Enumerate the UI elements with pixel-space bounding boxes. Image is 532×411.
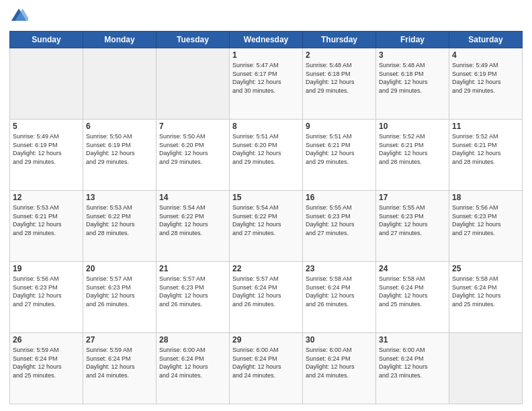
day-header-thursday: Thursday [303,32,376,48]
week-row-0: 1Sunrise: 5:47 AM Sunset: 6:17 PM Daylig… [10,48,523,120]
day-info: Sunrise: 5:57 AM Sunset: 6:24 PM Dayligh… [232,275,300,308]
day-number: 22 [232,264,300,273]
day-info: Sunrise: 5:53 AM Sunset: 6:21 PM Dayligh… [13,203,80,237]
day-info: Sunrise: 5:57 AM Sunset: 6:23 PM Dayligh… [86,275,153,308]
week-row-3: 19Sunrise: 5:56 AM Sunset: 6:23 PM Dayli… [10,262,523,333]
day-info: Sunrise: 5:59 AM Sunset: 6:24 PM Dayligh… [86,346,153,379]
calendar-cell: 24Sunrise: 5:58 AM Sunset: 6:24 PM Dayli… [376,262,449,333]
day-info: Sunrise: 5:47 AM Sunset: 6:17 PM Dayligh… [232,61,300,95]
day-info: Sunrise: 5:49 AM Sunset: 6:19 PM Dayligh… [452,61,519,95]
week-row-1: 5Sunrise: 5:49 AM Sunset: 6:19 PM Daylig… [10,120,523,191]
calendar-cell: 15Sunrise: 5:54 AM Sunset: 6:22 PM Dayli… [230,191,303,262]
day-number: 5 [13,122,80,131]
day-header-wednesday: Wednesday [230,32,303,48]
day-number: 7 [159,122,226,131]
calendar-cell: 1Sunrise: 5:47 AM Sunset: 6:17 PM Daylig… [230,48,303,120]
calendar-cell [10,48,83,120]
day-info: Sunrise: 5:58 AM Sunset: 6:24 PM Dayligh… [379,275,446,308]
calendar-cell [449,333,523,404]
day-number: 17 [379,193,446,202]
day-info: Sunrise: 5:56 AM Sunset: 6:23 PM Dayligh… [452,203,519,237]
calendar-table: SundayMondayTuesdayWednesdayThursdayFrid… [9,31,523,404]
calendar-cell: 31Sunrise: 6:00 AM Sunset: 6:24 PM Dayli… [376,333,449,404]
day-number: 10 [379,122,446,131]
calendar-cell: 16Sunrise: 5:55 AM Sunset: 6:23 PM Dayli… [303,191,376,262]
day-number: 8 [232,122,300,131]
calendar-cell: 17Sunrise: 5:55 AM Sunset: 6:23 PM Dayli… [376,191,449,262]
day-info: Sunrise: 5:52 AM Sunset: 6:21 PM Dayligh… [452,132,519,166]
day-info: Sunrise: 5:49 AM Sunset: 6:19 PM Dayligh… [13,132,80,166]
day-info: Sunrise: 5:59 AM Sunset: 6:24 PM Dayligh… [13,346,80,379]
calendar-cell: 5Sunrise: 5:49 AM Sunset: 6:19 PM Daylig… [10,120,83,191]
day-info: Sunrise: 5:55 AM Sunset: 6:23 PM Dayligh… [379,203,446,237]
day-number: 6 [86,122,153,131]
day-number: 20 [86,264,153,273]
calendar-cell [157,48,230,120]
day-number: 27 [86,335,153,345]
day-header-friday: Friday [376,32,449,48]
calendar-cell: 21Sunrise: 5:57 AM Sunset: 6:23 PM Dayli… [157,262,230,333]
calendar-cell: 10Sunrise: 5:52 AM Sunset: 6:21 PM Dayli… [376,120,449,191]
calendar-cell: 22Sunrise: 5:57 AM Sunset: 6:24 PM Dayli… [230,262,303,333]
day-number: 13 [86,193,153,202]
calendar-cell: 29Sunrise: 6:00 AM Sunset: 6:24 PM Dayli… [230,333,303,404]
day-number: 16 [306,193,373,202]
day-info: Sunrise: 5:58 AM Sunset: 6:24 PM Dayligh… [306,275,373,308]
day-number: 11 [452,122,519,131]
day-header-monday: Monday [83,32,157,48]
calendar-cell: 7Sunrise: 5:50 AM Sunset: 6:20 PM Daylig… [157,120,230,191]
day-number: 21 [159,264,226,273]
day-info: Sunrise: 5:48 AM Sunset: 6:18 PM Dayligh… [379,61,446,95]
calendar-cell: 20Sunrise: 5:57 AM Sunset: 6:23 PM Dayli… [83,262,157,333]
day-number: 1 [232,50,300,60]
day-info: Sunrise: 5:50 AM Sunset: 6:20 PM Dayligh… [159,132,226,166]
day-number: 18 [452,193,519,202]
day-info: Sunrise: 5:56 AM Sunset: 6:23 PM Dayligh… [13,275,80,308]
day-info: Sunrise: 6:00 AM Sunset: 6:24 PM Dayligh… [159,346,226,379]
header [9,7,523,26]
page: SundayMondayTuesdayWednesdayThursdayFrid… [0,0,532,411]
day-info: Sunrise: 5:54 AM Sunset: 6:22 PM Dayligh… [159,203,226,237]
day-info: Sunrise: 5:50 AM Sunset: 6:19 PM Dayligh… [86,132,153,166]
day-number: 24 [379,264,446,273]
day-info: Sunrise: 6:00 AM Sunset: 6:24 PM Dayligh… [379,346,446,379]
day-number: 14 [159,193,226,202]
calendar-cell: 19Sunrise: 5:56 AM Sunset: 6:23 PM Dayli… [10,262,83,333]
day-info: Sunrise: 6:00 AM Sunset: 6:24 PM Dayligh… [232,346,300,379]
calendar-cell: 3Sunrise: 5:48 AM Sunset: 6:18 PM Daylig… [376,48,449,120]
calendar-cell: 30Sunrise: 6:00 AM Sunset: 6:24 PM Dayli… [303,333,376,404]
day-header-saturday: Saturday [449,32,523,48]
calendar-cell: 9Sunrise: 5:51 AM Sunset: 6:21 PM Daylig… [303,120,376,191]
calendar-cell: 11Sunrise: 5:52 AM Sunset: 6:21 PM Dayli… [449,120,523,191]
logo-icon [9,7,28,26]
day-number: 23 [306,264,373,273]
day-info: Sunrise: 6:00 AM Sunset: 6:24 PM Dayligh… [306,346,373,379]
day-number: 26 [13,335,80,345]
day-number: 25 [452,264,519,273]
day-header-tuesday: Tuesday [157,32,230,48]
calendar-cell: 8Sunrise: 5:51 AM Sunset: 6:20 PM Daylig… [230,120,303,191]
calendar-cell [83,48,157,120]
calendar-cell: 27Sunrise: 5:59 AM Sunset: 6:24 PM Dayli… [83,333,157,404]
calendar-header: SundayMondayTuesdayWednesdayThursdayFrid… [10,32,523,48]
day-info: Sunrise: 5:55 AM Sunset: 6:23 PM Dayligh… [306,203,373,237]
day-info: Sunrise: 5:54 AM Sunset: 6:22 PM Dayligh… [232,203,300,237]
day-number: 28 [159,335,226,345]
calendar-cell: 25Sunrise: 5:58 AM Sunset: 6:24 PM Dayli… [449,262,523,333]
day-number: 19 [13,264,80,273]
day-header-row: SundayMondayTuesdayWednesdayThursdayFrid… [10,32,523,48]
calendar-cell: 28Sunrise: 6:00 AM Sunset: 6:24 PM Dayli… [157,333,230,404]
day-number: 29 [232,335,300,345]
day-number: 31 [379,335,446,345]
week-row-2: 12Sunrise: 5:53 AM Sunset: 6:21 PM Dayli… [10,191,523,262]
day-number: 30 [306,335,373,345]
day-info: Sunrise: 5:53 AM Sunset: 6:22 PM Dayligh… [86,203,153,237]
day-number: 4 [452,50,519,60]
calendar-cell: 23Sunrise: 5:58 AM Sunset: 6:24 PM Dayli… [303,262,376,333]
calendar-body: 1Sunrise: 5:47 AM Sunset: 6:17 PM Daylig… [10,48,523,404]
day-number: 2 [306,50,373,60]
day-number: 9 [306,122,373,131]
calendar-cell: 26Sunrise: 5:59 AM Sunset: 6:24 PM Dayli… [10,333,83,404]
day-info: Sunrise: 5:51 AM Sunset: 6:20 PM Dayligh… [232,132,300,166]
day-header-sunday: Sunday [10,32,83,48]
